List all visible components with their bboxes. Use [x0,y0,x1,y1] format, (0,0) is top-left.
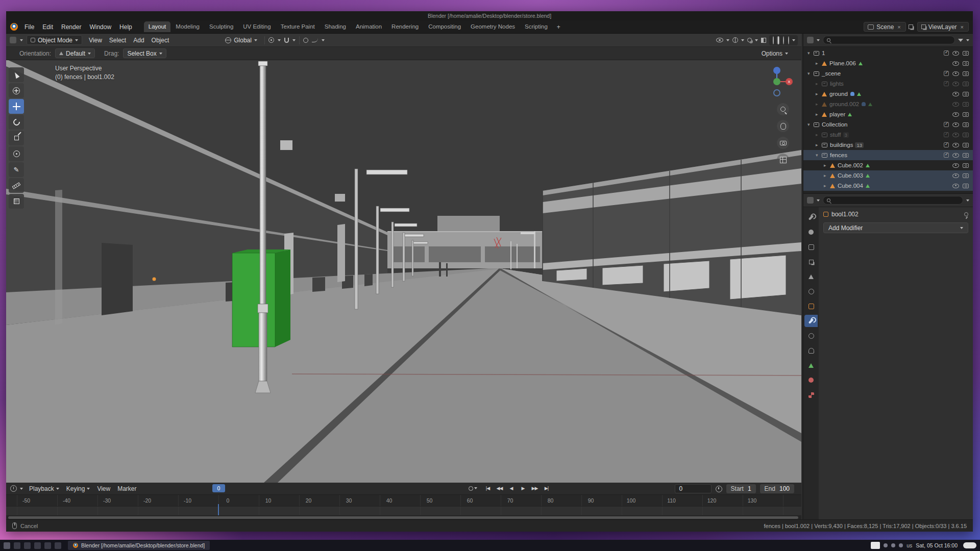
chevron-down-icon[interactable] [755,39,758,41]
outliner-item-label[interactable]: Collection [822,121,848,128]
timeline-editor-type-icon[interactable] [10,485,17,492]
shading-chevron-icon[interactable] [792,39,795,41]
measure-tool-button[interactable] [9,178,24,193]
disable-in-render-icon[interactable] [963,102,969,107]
outliner-item-label[interactable]: Cube.002 [838,162,863,168]
disable-in-render-icon[interactable] [963,61,969,66]
ruler-tick-label[interactable]: 120 [692,497,732,504]
blender-window-button[interactable]: Blender [/home/amalie/Desktop/blender/st… [68,541,210,550]
outliner-row[interactable]: Plane.006 [803,58,973,68]
auto-keying-button[interactable] [468,484,477,493]
taskbar-app-icon[interactable] [44,542,51,549]
workspace-tab[interactable]: Texture Paint [276,21,320,32]
hide-in-viewport-icon[interactable] [952,61,959,66]
chevron-down-icon[interactable] [817,39,820,41]
chevron-down-icon[interactable] [966,39,969,41]
outliner-item-label[interactable]: 1 [822,50,825,56]
add-workspace-button[interactable]: + [553,22,564,32]
snap-magnet-icon[interactable] [284,38,289,43]
solid-shading-icon[interactable] [778,36,779,44]
timeline-menu-item[interactable]: Keying [63,484,93,493]
annotate-tool-button[interactable] [9,162,24,177]
playhead-tag[interactable]: 0 [212,484,225,492]
cursor-tool-button[interactable] [9,83,24,98]
ruler-tick-label[interactable]: 110 [651,497,692,504]
scale-tool-button[interactable] [9,131,24,145]
outliner-row[interactable]: Cube.002 [803,160,973,170]
ruler-tick-label[interactable]: 20 [288,497,329,504]
outliner-item-label[interactable]: lights [830,81,844,87]
outliner-row[interactable]: fences [803,150,973,160]
chevron-down-icon[interactable] [322,39,325,41]
tab-object-data[interactable] [804,359,818,371]
pin-icon[interactable] [964,212,968,216]
ruler-tick-label[interactable]: 60 [450,497,490,504]
disclosure-triangle-icon[interactable] [816,153,822,158]
outliner-editor-type-icon[interactable] [807,37,814,43]
disclosure-triangle-icon[interactable] [816,81,822,86]
outliner-row[interactable]: ground.002 [803,99,973,109]
disclosure-triangle-icon[interactable] [816,61,822,66]
chevron-down-icon[interactable] [726,39,729,41]
outliner-item-label[interactable]: Cube.003 [838,172,863,179]
taskbar-app-icon[interactable] [34,542,41,549]
ruler-tick-label[interactable]: -20 [127,497,167,504]
workspace-tab[interactable]: Shading [320,21,351,32]
pan-button[interactable] [777,120,789,132]
hide-in-viewport-icon[interactable] [952,163,959,168]
exclude-checkbox[interactable] [944,51,949,56]
transport-button[interactable]: ▶ [518,484,528,493]
menu-item[interactable]: Edit [39,22,57,32]
disable-in-render-icon[interactable] [963,71,969,76]
hide-in-viewport-icon[interactable] [952,102,959,107]
use-preview-range-icon[interactable] [716,486,722,492]
workspace-tab[interactable]: Animation [351,21,386,32]
ruler-tick-label[interactable]: 30 [329,497,369,504]
exclude-checkbox[interactable] [944,142,949,147]
outliner-item-label[interactable]: ground [829,91,848,97]
timeline-menu-item[interactable]: View [94,484,113,493]
tab-render[interactable] [804,226,818,238]
disable-in-render-icon[interactable] [963,133,969,137]
tab-modifiers[interactable] [804,315,818,327]
scrollbar-thumb[interactable] [8,516,798,519]
disclosure-triangle-icon[interactable] [816,112,822,117]
clock[interactable]: Sat, 05 Oct 16:00 [916,542,958,548]
view-navigation-gizmo[interactable]: X [762,66,792,97]
hide-in-viewport-icon[interactable] [952,184,959,188]
outliner-row[interactable]: Cube.004 [803,181,973,191]
disable-in-render-icon[interactable] [963,122,969,127]
ruler-tick-label[interactable]: 90 [571,497,611,504]
viewport-menu-item[interactable]: Add [130,36,147,45]
hide-in-viewport-icon[interactable] [952,92,959,96]
outliner-row[interactable]: player [803,109,973,119]
outliner-item-label[interactable]: ground.002 [829,101,859,107]
unlink-scene-button[interactable]: × [896,24,901,30]
ruler-tick-label[interactable]: -10 [167,497,208,504]
properties-editor-type-icon[interactable] [807,197,814,204]
tab-material[interactable] [804,374,818,386]
visibility-eye-icon[interactable] [716,38,723,42]
exclude-checkbox[interactable] [944,122,949,127]
tab-scene[interactable] [804,270,818,283]
outliner-row[interactable]: Cube.003 [803,170,973,181]
box-select-tool-button[interactable] [9,67,24,82]
end-frame-field[interactable]: End 100 [760,484,794,493]
outliner-item-label[interactable]: _scene [822,70,841,77]
disable-in-render-icon[interactable] [963,51,969,56]
hide-in-viewport-icon[interactable] [952,173,959,178]
ruler-tick-label[interactable]: 80 [530,497,571,504]
start-frame-field[interactable]: Start 1 [726,484,756,493]
camera-view-button[interactable] [777,137,789,149]
properties-search-input[interactable] [833,197,959,204]
ruler-tick-label[interactable]: -40 [46,497,87,504]
current-frame-field[interactable]: 0 [675,484,712,493]
tray-indicator[interactable] [871,542,880,549]
hide-in-viewport-icon[interactable] [952,112,959,117]
ruler-tick-label[interactable]: 70 [490,497,530,504]
orientation-dropdown[interactable]: Default [55,48,95,58]
xray-toggle-icon[interactable] [761,38,766,43]
transport-button[interactable]: ◀ [506,484,517,493]
outliner-item-label[interactable]: Plane.006 [829,60,856,66]
viewport-3d[interactable]: User Perspective (0) fences | bool1.002 … [6,60,801,483]
